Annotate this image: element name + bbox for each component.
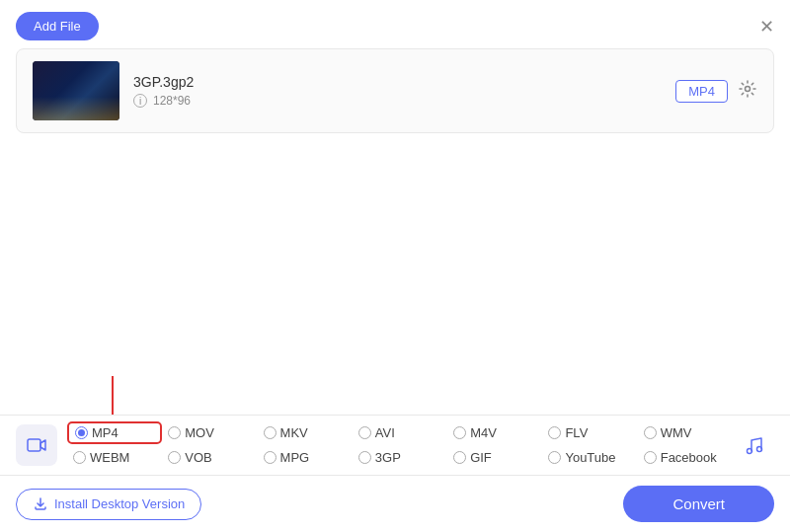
install-label: Install Desktop Version — [54, 496, 185, 511]
label-avi: AVI — [375, 425, 395, 440]
svg-point-0 — [746, 86, 750, 91]
label-facebook: Facebook — [661, 450, 717, 465]
close-button[interactable]: ✕ — [759, 18, 774, 36]
format-option-wmv[interactable]: WMV — [638, 421, 733, 444]
format-option-flv[interactable]: FLV — [542, 421, 637, 444]
file-thumbnail — [33, 61, 119, 120]
radio-m4v — [453, 426, 466, 439]
label-m4v: M4V — [470, 425, 497, 440]
radio-wmv — [644, 426, 657, 439]
svg-point-3 — [757, 447, 762, 452]
settings-button[interactable] — [738, 79, 757, 104]
file-actions: MP4 — [675, 79, 757, 104]
label-3gp: 3GP — [375, 450, 401, 465]
label-webm: WEBM — [90, 450, 129, 465]
format-option-gif[interactable]: GIF — [447, 446, 542, 469]
radio-vob — [168, 451, 181, 464]
label-mp4: MP4 — [92, 425, 118, 440]
label-gif: GIF — [470, 450, 492, 465]
radio-mpg — [264, 451, 276, 464]
video-format-icon-button[interactable] — [16, 424, 57, 466]
format-option-vob[interactable]: VOB — [162, 446, 257, 469]
radio-3gp — [358, 451, 371, 464]
audio-format-icon-button[interactable] — [733, 424, 774, 466]
format-option-mov[interactable]: MOV — [162, 421, 257, 444]
format-option-3gp[interactable]: 3GP — [353, 446, 447, 469]
label-mpg: MPG — [280, 450, 310, 465]
radio-gif — [453, 451, 466, 464]
format-option-facebook[interactable]: Facebook — [638, 446, 733, 469]
file-name: 3GP.3gp2 — [133, 74, 662, 90]
radio-youtube — [548, 451, 561, 464]
file-meta: i 128*96 — [133, 94, 662, 108]
info-icon: i — [133, 94, 147, 108]
install-desktop-button[interactable]: Install Desktop Version — [16, 489, 201, 520]
label-flv: FLV — [565, 425, 588, 440]
svg-rect-1 — [28, 439, 40, 451]
add-file-button[interactable]: Add File — [16, 12, 99, 40]
radio-mp4 — [75, 426, 88, 439]
format-option-mkv[interactable]: MKV — [258, 421, 353, 444]
file-entry: 3GP.3gp2 i 128*96 MP4 — [16, 48, 774, 133]
format-badge[interactable]: MP4 — [675, 80, 728, 103]
action-bar: Install Desktop Version Convert — [0, 476, 790, 532]
svg-point-2 — [748, 449, 752, 454]
label-mov: MOV — [185, 425, 214, 440]
arrow-line — [112, 376, 114, 416]
radio-mkv — [264, 426, 276, 439]
label-vob: VOB — [185, 450, 211, 465]
format-option-avi[interactable]: AVI — [353, 421, 447, 444]
format-option-mpg[interactable]: MPG — [258, 446, 353, 469]
convert-button[interactable]: Convert — [623, 486, 774, 522]
format-option-webm[interactable]: WEBM — [67, 446, 162, 469]
radio-webm — [73, 451, 86, 464]
radio-mov — [168, 426, 181, 439]
radio-flv — [548, 426, 561, 439]
label-mkv: MKV — [280, 425, 308, 440]
format-options-grid: MP4 MOV MKV AVI M4V FLV — [67, 416, 733, 475]
format-option-mp4[interactable]: MP4 — [67, 421, 162, 444]
middle-area — [0, 133, 790, 331]
format-option-m4v[interactable]: M4V — [447, 421, 542, 444]
top-bar: Add File ✕ — [0, 0, 790, 48]
format-option-youtube[interactable]: YouTube — [542, 446, 637, 469]
bottom-section: MP4 MOV MKV AVI M4V FLV — [0, 415, 790, 532]
radio-avi — [358, 426, 371, 439]
format-row: MP4 MOV MKV AVI M4V FLV — [0, 416, 790, 476]
file-info: 3GP.3gp2 i 128*96 — [133, 74, 662, 108]
label-wmv: WMV — [661, 425, 692, 440]
radio-facebook — [644, 451, 657, 464]
file-dimensions: 128*96 — [153, 94, 191, 108]
thumbnail-image — [33, 61, 119, 120]
label-youtube: YouTube — [565, 450, 615, 465]
